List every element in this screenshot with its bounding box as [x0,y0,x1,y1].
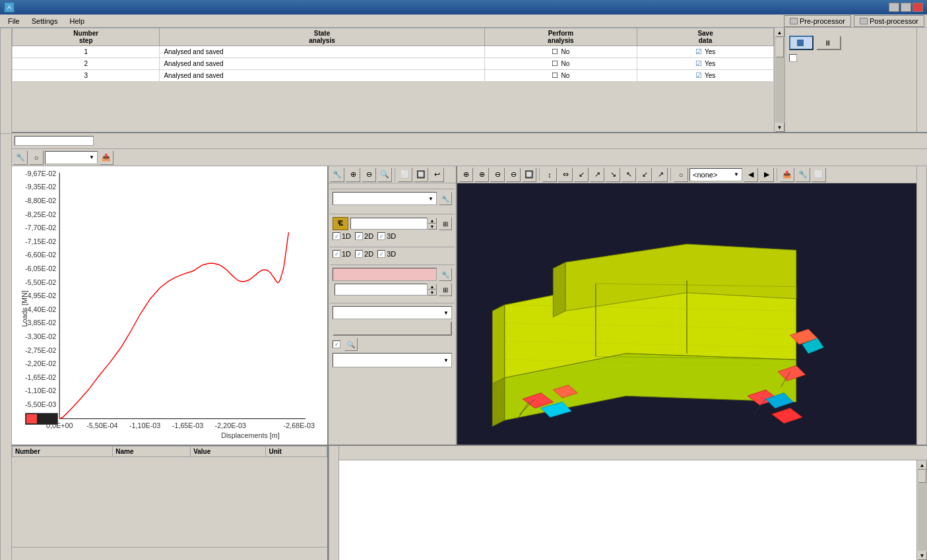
view-tb-btn11[interactable]: ↖ [622,168,636,182]
structure-2d-cb[interactable]: ✓ [355,232,363,240]
ctrl-toolbar-btn3[interactable]: ⊖ [362,168,376,182]
results-header [330,243,455,247]
ctrl-toolbar-btn5[interactable]: ⬜ [398,168,412,182]
view-tb-btn15[interactable]: ◀ [744,168,758,182]
toolbar-sep1 [395,168,395,181]
3d-view-area [457,183,916,445]
svg-text:-3,85E-02: -3,85E-02 [25,319,56,327]
interrupt-button[interactable] [789,36,814,50]
mult-grid-btn[interactable]: ⊞ [439,283,452,296]
results-3d-cb[interactable]: ✓ [377,250,385,258]
view-tb-btn5[interactable]: 🔲 [522,168,536,182]
results-checkboxes: ✓ 1D ✓ 2D ✓ 3D [333,250,452,258]
results-1d-cb[interactable]: ✓ [333,250,340,258]
minimize-button[interactable] [889,3,899,12]
dropdown-arrow-icon: ▼ [89,154,94,160]
view-tb-btn12[interactable]: ↙ [637,168,652,182]
crack-filter-btn[interactable]: 🔧 [439,268,452,281]
view-tb-btn1[interactable]: ⊕ [459,168,473,182]
svg-text:-2,75E-02: -2,75E-02 [25,346,56,354]
view-tb-btn13[interactable]: ↗ [653,168,668,182]
mon-col-number: Number [13,447,113,457]
view-tb-btn3[interactable]: ⊖ [490,168,505,182]
view-tb-btn6[interactable]: ↕ [542,168,557,182]
activity-dropdown[interactable]: ▼ [333,192,437,205]
view-label [916,166,927,445]
steps-row-3: 3 Analysed and saved ☐No ☑Yes [13,70,774,82]
proto-scroll-up[interactable]: ▲ [918,460,927,470]
svg-text:Loads [MN]: Loads [MN] [20,290,28,327]
structure-spin-up[interactable]: ▲ [428,218,437,224]
view-tb-btn17[interactable]: 📤 [780,168,794,182]
svg-marker-35 [553,263,565,317]
svg-text:-2,20E-02: -2,20E-02 [25,359,56,367]
mult-spin-up[interactable]: ▲ [428,284,437,290]
toolbar-wrench-btn[interactable]: 🔧 [13,150,28,165]
scalars-dropdown[interactable]: ▼ [333,306,452,319]
status-input[interactable] [15,136,94,146]
svg-text:Displacements [m]: Displacements [m] [221,431,280,439]
monitoring-status-bar [12,547,327,560]
scalars-dd-arrow: ▼ [443,310,449,316]
toolbar-export-btn[interactable]: 📤 [99,150,113,165]
auto-scale-icon-btn[interactable]: 🔍 [344,338,358,351]
structure-spin-field[interactable] [350,218,428,230]
maximize-button[interactable] [901,3,911,12]
edit-data-list-button[interactable] [333,321,452,336]
menu-settings[interactable]: Settings [26,16,63,26]
view-tb-btn19[interactable]: ⬜ [812,168,826,182]
structure-icon: 🏗 [333,217,348,230]
activity-icon-btn[interactable]: 🔧 [439,192,452,205]
close-button[interactable] [912,3,923,12]
auto-scale-checkbox[interactable]: ✓ [333,340,340,348]
results-2d-cb[interactable]: ✓ [355,250,363,258]
view-tb-btn8[interactable]: ↙ [574,168,589,182]
menu-help[interactable]: Help [64,16,90,26]
post-processor-button[interactable]: Post-processor [854,15,924,27]
ctrl-toolbar-btn4[interactable]: 🔍 [377,168,392,182]
view-tb-btn9[interactable]: ↗ [590,168,604,182]
toolbar-none-dropdown[interactable]: ▼ [45,151,98,164]
view-none-dropdown[interactable]: <none> ▼ [689,168,742,181]
protocol-tabs [339,446,927,460]
scroll-thumb[interactable] [776,38,784,57]
ctrl-toolbar-btn7[interactable]: ↩ [430,168,444,182]
steps-scrollbar[interactable]: ▲ ▼ [774,28,784,132]
structure-spin-down[interactable]: ▼ [428,224,437,230]
proto-scroll-down[interactable]: ▼ [918,551,927,560]
pause-button[interactable]: ⏸ [816,36,841,50]
view-tb-btn10[interactable]: ↘ [606,168,620,182]
structure-header [330,210,455,214]
view-tb-btn4[interactable]: ⊖ [506,168,521,182]
ctrl-toolbar-btn2[interactable]: ⊕ [346,168,360,182]
svg-marker-33 [492,305,504,384]
toolbar-circle-btn[interactable]: ○ [29,150,44,165]
separated-by-zero-dropdown[interactable]: ▼ [333,353,452,367]
col-header-state: Stateanalysis [160,28,484,46]
activity-dd-arrow: ▼ [428,196,433,202]
crack-filter-dropdown[interactable] [333,268,437,281]
scroll-down-arrow[interactable]: ▼ [775,123,784,132]
view-tb-btn18[interactable]: 🔧 [796,168,810,182]
scroll-up-arrow[interactable]: ▲ [775,28,784,37]
view-tb-btn2[interactable]: ⊕ [474,168,489,182]
view-tb-btn16[interactable]: ▶ [759,168,774,182]
proto-scroll-thumb[interactable] [918,470,926,483]
view-tb-btn14[interactable]: ○ [674,168,688,182]
ctrl-toolbar-btn6[interactable]: 🔲 [414,168,428,182]
pre-processor-button[interactable]: Pre-processor [784,15,851,27]
ctrl-toolbar-btn1[interactable]: 🔧 [330,168,344,182]
structure-1d-cb[interactable]: ✓ [333,232,340,240]
mult-spin-down[interactable]: ▼ [428,290,437,296]
interrupt-icon [797,40,804,46]
mult-spin-field[interactable] [335,284,428,296]
steps-table: Numberstep Stateanalysis Performanalysis… [12,28,774,82]
protocol-scrollbar[interactable]: ▲ ▼ [916,460,927,560]
step-save-cell: ☑Yes [637,70,774,82]
scalars-header [330,299,455,303]
save-all-data-checkbox[interactable] [789,54,797,62]
view-tb-btn7[interactable]: ⇔ [558,168,573,182]
structure-grid-btn[interactable]: ⊞ [439,217,452,230]
structure-3d-cb[interactable]: ✓ [377,232,385,240]
menu-file[interactable]: File [3,16,25,26]
